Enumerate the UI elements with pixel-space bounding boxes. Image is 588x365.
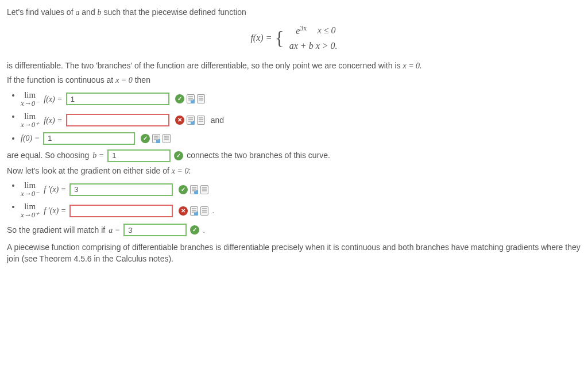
preview-icon[interactable] [190, 185, 198, 194]
help-icon[interactable] [163, 134, 171, 143]
intro-paragraph: Let's find values of a and b such that t… [7, 7, 581, 18]
check-icon: ✓ [179, 185, 188, 194]
limit-expression: lim x→0⁻ [21, 181, 39, 198]
help-icon[interactable] [197, 116, 205, 125]
continuity-paragraph: If the function is continuous at x = 0 t… [7, 75, 581, 86]
gradient-limits-list: lim x→0⁻ f ′(x) = ✓ lim x→0⁺ f ′(x) = ✕ [21, 180, 581, 219]
limit-right-input[interactable] [66, 114, 169, 126]
preview-icon[interactable] [187, 94, 195, 103]
deriv-right-input[interactable] [69, 205, 173, 217]
var-b: b [98, 8, 102, 17]
limit-expression: lim x→0⁺ [21, 112, 39, 129]
preview-icon[interactable] [187, 116, 195, 125]
limit-expression: lim x→0⁻ [21, 91, 39, 107]
choose-a-line: So the gradient will match if a = ✓ . [7, 224, 581, 236]
choose-b-line: are equal. So choosing b = ✓ connects th… [7, 149, 581, 162]
check-icon: ✓ [190, 225, 199, 235]
limit-left-input[interactable] [66, 93, 169, 105]
preview-icon[interactable] [190, 206, 198, 216]
a-value-input[interactable] [123, 224, 187, 236]
limit-expression: lim x→0⁺ [21, 202, 39, 219]
cross-icon: ✕ [175, 116, 184, 125]
help-icon[interactable] [197, 94, 205, 103]
f-zero-input[interactable] [43, 132, 135, 145]
b-value-input[interactable] [107, 149, 171, 162]
help-icon[interactable] [200, 206, 208, 216]
help-icon[interactable] [200, 185, 208, 194]
preview-icon[interactable] [152, 134, 160, 143]
intro-text: Let's find values of [7, 7, 75, 17]
gradient-paragraph: Now let's look at the gradient on either… [7, 166, 581, 177]
deriv-left-input[interactable] [69, 183, 173, 196]
continuity-limits-list: lim x→0⁻ f(x) = ✓ lim x→0⁺ f(x) = ✕ [21, 90, 581, 145]
differentiable-paragraph: is differentiable. The two 'branches' of… [7, 60, 581, 72]
left-brace-icon: { [273, 23, 287, 53]
check-icon: ✓ [141, 134, 150, 143]
check-icon: ✓ [174, 151, 183, 160]
check-icon: ✓ [175, 94, 184, 103]
piecewise-function: f(x) = { e3x x ≤ 0 ax + b x > 0. [7, 22, 581, 55]
cross-icon: ✕ [179, 206, 188, 216]
footer-paragraph: A piecewise function comprising of diffe… [7, 242, 581, 264]
